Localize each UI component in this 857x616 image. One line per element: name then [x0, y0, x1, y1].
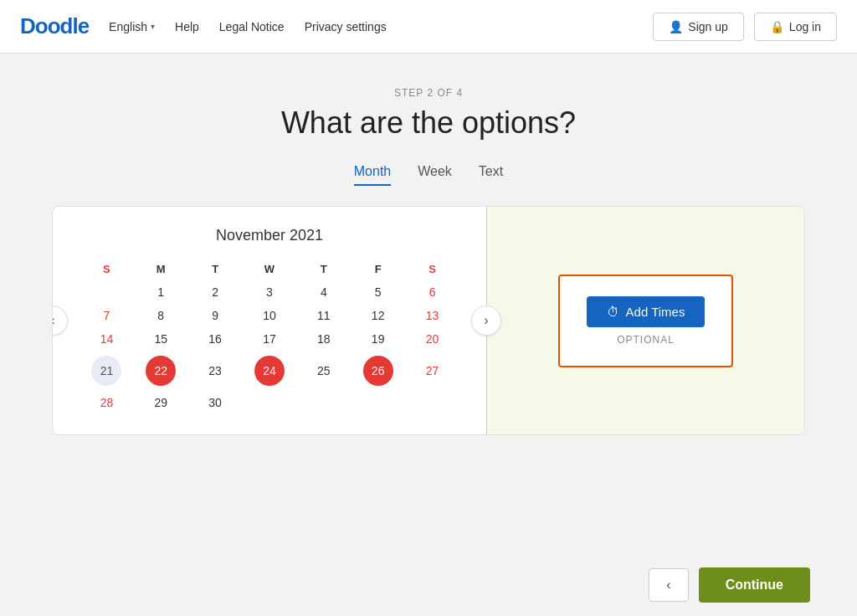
nav-right: 👤 Sign up 🔒 Log in — [653, 13, 837, 41]
day-header-tue: T — [188, 258, 243, 280]
view-tabs: Month Week Text — [354, 164, 503, 186]
legal-notice-link[interactable]: Legal Notice — [219, 20, 285, 33]
language-selector[interactable]: English ▾ — [109, 20, 155, 33]
tab-text[interactable]: Text — [479, 164, 503, 186]
page-title: What are the options? — [281, 105, 576, 141]
calendar-day[interactable]: 2 — [188, 280, 243, 304]
calendar-day[interactable]: 22 — [134, 351, 188, 391]
day-header-mon: M — [134, 258, 188, 280]
calendar-day[interactable]: 14 — [80, 327, 134, 351]
calendar-day[interactable]: 11 — [296, 304, 351, 327]
calendar-day[interactable]: 16 — [188, 327, 243, 351]
calendar-day — [405, 391, 459, 414]
calendar-day[interactable]: 23 — [188, 351, 243, 391]
nav-left: Doodle English ▾ Help Legal Notice Priva… — [20, 13, 387, 39]
calendar-day[interactable]: 19 — [351, 327, 405, 351]
calendar-day[interactable]: 30 — [188, 391, 243, 414]
user-icon: 👤 — [669, 20, 683, 33]
times-panel: ⏱ Add Times OPTIONAL — [486, 207, 804, 434]
continue-button[interactable]: Continue — [699, 567, 810, 603]
chevron-down-icon: ▾ — [151, 22, 155, 31]
day-header-wed: W — [243, 258, 297, 280]
day-header-fri: F — [351, 258, 405, 280]
clock-icon: ⏱ — [607, 305, 619, 319]
calendar-day[interactable]: 18 — [296, 327, 351, 351]
calendar-month-year: November 2021 — [80, 227, 459, 244]
privacy-settings-link[interactable]: Privacy settings — [305, 20, 387, 33]
main-content: STEP 2 OF 4 What are the options? Month … — [0, 54, 857, 554]
calendar-day[interactable]: 21 — [80, 351, 134, 391]
calendar-section: ‹ › November 2021 S M T W T F S — [52, 206, 805, 435]
day-header-sat: S — [405, 258, 459, 280]
calendar-day[interactable]: 15 — [134, 327, 188, 351]
calendar-day[interactable]: 26 — [351, 351, 405, 391]
calendar-day[interactable]: 25 — [296, 351, 351, 391]
back-button[interactable]: ‹ — [649, 568, 688, 602]
calendar-day[interactable]: 24 — [243, 351, 297, 391]
add-times-button[interactable]: ⏱ Add Times — [587, 296, 706, 327]
calendar-day[interactable]: 12 — [351, 304, 405, 327]
day-header-sun: S — [80, 258, 134, 280]
help-link[interactable]: Help — [175, 20, 199, 33]
signup-button[interactable]: 👤 Sign up — [653, 13, 743, 41]
signup-label: Sign up — [688, 20, 727, 33]
calendar-day[interactable]: 17 — [243, 327, 297, 351]
language-label: English — [109, 20, 147, 33]
calendar-day[interactable]: 28 — [80, 391, 134, 414]
calendar-day[interactable]: 29 — [134, 391, 188, 414]
back-icon: ‹ — [666, 578, 670, 592]
add-times-label: Add Times — [626, 305, 685, 319]
calendar-day — [296, 391, 351, 414]
day-header-thu: T — [296, 258, 351, 280]
calendar-day[interactable]: 1 — [134, 280, 188, 304]
calendar-day — [80, 280, 134, 304]
calendar-day[interactable]: 5 — [351, 280, 405, 304]
calendar-day[interactable]: 10 — [243, 304, 297, 327]
footer-nav: ‹ Continue — [0, 554, 857, 616]
calendar-day[interactable]: 27 — [405, 351, 459, 391]
calendar-day[interactable]: 6 — [405, 280, 459, 304]
tab-month[interactable]: Month — [354, 164, 391, 186]
calendar-day[interactable]: 8 — [134, 304, 188, 327]
navbar: Doodle English ▾ Help Legal Notice Priva… — [0, 0, 857, 54]
calendar-day[interactable]: 9 — [188, 304, 243, 327]
calendar-day[interactable]: 20 — [405, 327, 459, 351]
lock-icon: 🔒 — [770, 20, 784, 33]
login-button[interactable]: 🔒 Log in — [754, 13, 837, 41]
next-month-button[interactable]: › — [471, 305, 501, 336]
calendar-grid: S M T W T F S 12345678910111213141516171… — [80, 258, 459, 414]
calendar-day — [351, 391, 405, 414]
calendar-day[interactable]: 3 — [243, 280, 297, 304]
optional-label: OPTIONAL — [617, 334, 675, 346]
calendar-day[interactable]: 13 — [405, 304, 459, 327]
prev-month-button[interactable]: ‹ — [52, 305, 68, 336]
tab-week[interactable]: Week — [418, 164, 452, 186]
calendar-day — [243, 391, 297, 414]
step-label: STEP 2 OF 4 — [394, 87, 463, 99]
add-times-box: ⏱ Add Times OPTIONAL — [558, 275, 734, 367]
login-label: Log in — [789, 20, 821, 33]
calendar-day[interactable]: 7 — [80, 304, 134, 327]
calendar-container: ‹ › November 2021 S M T W T F S — [53, 207, 486, 434]
calendar-day[interactable]: 4 — [296, 280, 351, 304]
logo: Doodle — [20, 13, 89, 39]
